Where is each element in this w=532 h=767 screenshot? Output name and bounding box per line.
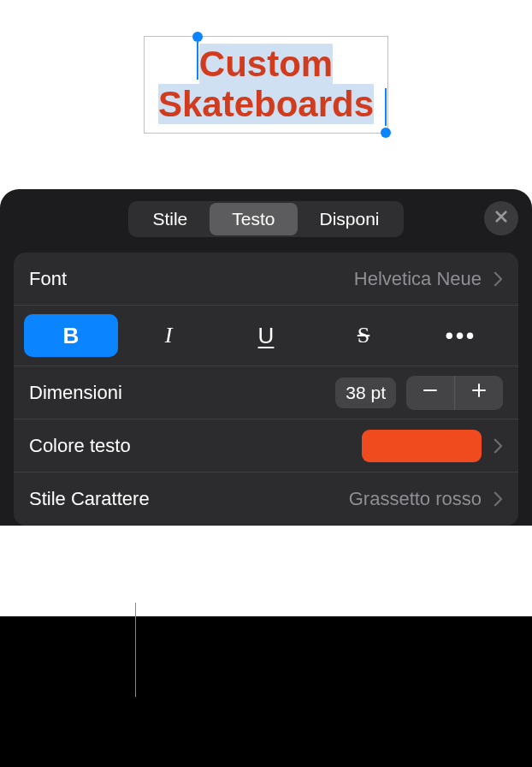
character-style-label: Stile Carattere — [29, 488, 349, 510]
panel-header: Stile Testo Disponi — [0, 201, 532, 253]
close-icon — [494, 209, 509, 228]
font-row[interactable]: Font Helvetica Neue — [14, 253, 518, 306]
more-icon: ••• — [446, 323, 476, 349]
selection-handle-start[interactable] — [192, 32, 203, 42]
format-panel: Stile Testo Disponi Font Helvetica Neue … — [0, 189, 532, 526]
italic-button[interactable]: I — [121, 314, 216, 357]
size-controls: 38 pt — [335, 376, 503, 410]
font-label: Font — [29, 268, 354, 290]
chevron-right-icon — [494, 271, 503, 287]
size-stepper — [406, 376, 503, 410]
selection-handle-end[interactable] — [381, 128, 391, 138]
selection-cursor-start — [197, 42, 198, 80]
bold-button[interactable]: B — [24, 314, 118, 357]
text-color-swatch[interactable] — [362, 430, 482, 462]
italic-icon: I — [165, 323, 173, 348]
canvas-text-line2[interactable]: Skateboards — [158, 84, 374, 124]
size-value[interactable]: 38 pt — [335, 378, 396, 408]
size-increase-button[interactable] — [455, 376, 503, 410]
character-style-value: Grassetto rosso — [349, 488, 482, 510]
tab-arrange[interactable]: Disponi — [298, 203, 402, 235]
chevron-right-icon — [494, 438, 503, 454]
chevron-right-icon — [494, 491, 503, 507]
strikethrough-button[interactable]: S — [316, 314, 411, 357]
close-button[interactable] — [484, 201, 518, 235]
canvas-area: Custom Skateboards — [0, 0, 532, 188]
font-value: Helvetica Neue — [354, 268, 482, 290]
text-format-row: B I U S ••• — [14, 306, 518, 366]
text-color-label: Colore testo — [29, 435, 362, 457]
tab-style[interactable]: Stile — [130, 203, 210, 235]
more-options-button[interactable]: ••• — [414, 314, 508, 357]
underline-button[interactable]: U — [219, 314, 313, 357]
minus-icon — [422, 382, 439, 404]
selected-text-box[interactable]: Custom Skateboards — [144, 36, 388, 134]
character-style-row[interactable]: Stile Carattere Grassetto rosso — [14, 473, 518, 526]
tab-text[interactable]: Testo — [210, 203, 297, 235]
text-color-row[interactable]: Colore testo — [14, 419, 518, 473]
size-row: Dimensioni 38 pt — [14, 366, 518, 419]
canvas-text-line1[interactable]: Custom — [199, 44, 333, 84]
selection-cursor-end — [385, 88, 387, 126]
bottom-black-area — [0, 616, 532, 767]
underline-icon: U — [258, 323, 275, 349]
panel-body: Font Helvetica Neue B I U S ••• Dimensio… — [14, 253, 518, 526]
plus-icon — [470, 382, 488, 404]
size-decrease-button[interactable] — [406, 376, 454, 410]
bold-icon: B — [63, 323, 80, 349]
callout-line — [135, 603, 136, 697]
panel-tabs: Stile Testo Disponi — [128, 201, 403, 237]
strikethrough-icon: S — [358, 323, 369, 348]
size-label: Dimensioni — [29, 382, 335, 404]
